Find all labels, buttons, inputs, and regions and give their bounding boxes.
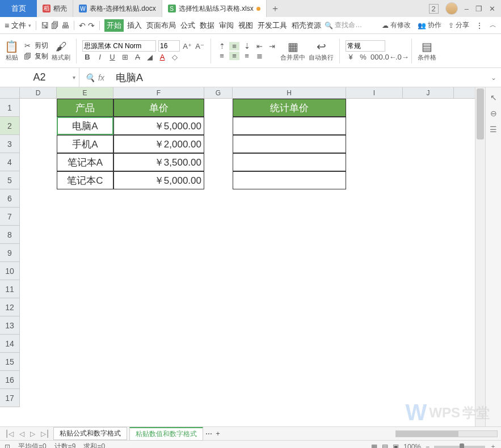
file-menu[interactable]: 文件 [11,20,26,31]
scrollbar-thumb[interactable] [477,88,484,140]
strike-button[interactable]: A̶ [132,53,142,61]
cell-H5[interactable] [233,171,346,189]
row-header[interactable]: 14 [0,335,20,353]
settings-icon[interactable]: ⊖ [490,109,497,118]
distribute-icon[interactable]: ≣ [254,52,264,60]
doc-tab-word[interactable]: W 表格-选择性粘贴.docx [73,0,162,17]
col-header-I[interactable]: I [346,87,403,98]
minimize-button[interactable]: – [465,5,469,13]
fx-icon[interactable]: fx [98,73,104,82]
align-bottom-icon[interactable]: ⇣ [242,42,252,50]
increase-font-icon[interactable]: A⁺ [182,42,192,50]
cell-F4[interactable]: ￥3,500.00 [113,153,204,171]
row-header[interactable]: 12 [0,298,20,316]
row-header[interactable]: 4 [0,153,20,171]
view-page-icon[interactable]: ▤ [382,443,388,449]
row-header[interactable]: 3 [0,135,20,153]
row-header[interactable]: 8 [0,226,20,244]
row-header[interactable]: 1 [0,99,20,117]
redo-icon[interactable]: ↷ [88,21,95,30]
sheet-tab[interactable]: 粘贴公式和数字格式 [53,427,127,440]
col-header-E[interactable]: E [57,87,113,98]
row-header[interactable]: 13 [0,316,20,335]
horizontal-scrollbar[interactable] [395,430,498,437]
sheet-more-icon[interactable]: ⋯ [205,430,212,438]
new-tab-button[interactable]: ＋ [267,0,284,17]
font-color-button[interactable]: A [157,53,167,61]
underline-button[interactable]: U [107,53,117,61]
print-icon[interactable]: 🖶 [61,21,69,30]
restore-button[interactable]: ❐ [475,5,482,13]
cell-E1[interactable]: 产品 [57,99,113,117]
col-header-F[interactable]: F [113,87,204,98]
cell-F3[interactable]: ￥2,000.00 [113,135,204,153]
zoom-label[interactable]: 100% [403,443,421,449]
row-header[interactable]: 6 [0,189,20,208]
cell-F2[interactable]: ￥5,000.00 [113,117,204,135]
formula-input[interactable]: 电脑A [110,71,143,84]
menu-tab-resource[interactable]: 稻壳资源 [291,20,322,31]
hamburger-icon[interactable]: ≡ [5,21,9,30]
indent-right-icon[interactable]: ⇥ [267,42,277,50]
align-center-icon[interactable]: ≡ [229,52,239,60]
sheet-nav-next[interactable]: ▷ [28,430,37,438]
undo-icon[interactable]: ↶ [79,21,86,30]
menu-tab-insert[interactable]: 插入 [126,20,143,31]
cell-H4[interactable] [233,153,346,171]
save-icon[interactable]: 🖫 [41,21,49,30]
bold-button[interactable]: B [82,53,92,61]
doc-tab-sheet[interactable]: S 选择性粘贴练习表格.xlsx [162,0,267,17]
cell-E2[interactable]: 电脑A [57,117,113,135]
row-header[interactable]: 5 [0,171,20,189]
expand-formula-icon[interactable]: ⌄ [486,74,501,82]
align-left-icon[interactable]: ≡ [217,52,227,60]
cell-E4[interactable]: 笔记本A [57,153,113,171]
cell-H3[interactable] [233,135,346,153]
close-button[interactable]: ✕ [489,5,495,13]
sheet-nav-first[interactable]: ⎮◁ [3,430,15,438]
cell-F5[interactable]: ￥5,000.00 [113,171,204,189]
vertical-scrollbar[interactable] [475,87,485,426]
col-header-J[interactable]: J [403,87,454,98]
merge-cells-button[interactable]: ▦合并居中 [280,40,305,62]
view-break-icon[interactable]: ▣ [393,443,399,449]
more-icon[interactable]: ⋮ [476,22,483,29]
zoom-in-button[interactable]: ＋ [490,442,496,448]
row-header[interactable]: 11 [0,280,20,298]
font-size-select[interactable] [158,40,180,52]
number-format-select[interactable] [346,40,385,52]
menu-tab-start[interactable]: 开始 [104,19,124,32]
italic-button[interactable]: I [95,53,105,61]
row-header[interactable]: 10 [0,262,20,280]
wrap-text-button[interactable]: ↩自动换行 [309,40,334,62]
menu-tab-view[interactable]: 视图 [237,20,254,31]
sheet-nav-last[interactable]: ▷⎮ [39,430,51,438]
name-box[interactable]: A2 [0,68,79,87]
export-icon[interactable]: 🗐 [51,21,59,30]
currency-icon[interactable]: ¥ [346,53,356,61]
row-header[interactable]: 17 [0,389,20,407]
cell-H2[interactable] [233,117,346,135]
cell-E3[interactable]: 手机A [57,135,113,153]
menu-tab-data[interactable]: 数据 [199,20,216,31]
cut-button[interactable]: ✂剪切 [22,41,48,50]
search-box[interactable]: 🔍 查找命… [325,20,362,30]
menu-tab-formula[interactable]: 公式 [179,20,196,31]
spreadsheet-grid[interactable]: D E F G H I J 1 2 3 4 5 6 7 8 9 10 11 12… [0,87,475,426]
sheet-tab[interactable]: 粘贴数值和数字格式 [129,427,203,441]
inc-decimal-icon[interactable]: .0← [383,53,393,61]
conditional-format-button[interactable]: ▤条件格 [418,40,436,62]
pending-changes[interactable]: ☁ 有修改 [382,20,411,30]
avatar[interactable] [445,2,458,15]
fill-color-button[interactable]: ◢ [145,53,155,61]
format-painter-button[interactable]: 🖌格式刷 [52,40,70,62]
row-header[interactable]: 16 [0,371,20,389]
cells-container[interactable]: 产品 单价 统计单价 电脑A ￥5,000.00 手机A ￥2,000.00 笔… [20,99,475,407]
collab-button[interactable]: 👥 协作 [418,20,441,30]
border-button[interactable]: ⊞ [120,53,130,61]
tab-home[interactable]: 首页 [0,0,37,17]
paste-button[interactable]: 📋粘贴 [5,40,19,62]
row-header[interactable]: 2 [0,117,20,135]
col-header-H[interactable]: H [233,87,346,98]
view-normal-icon[interactable]: ▦ [371,443,377,449]
